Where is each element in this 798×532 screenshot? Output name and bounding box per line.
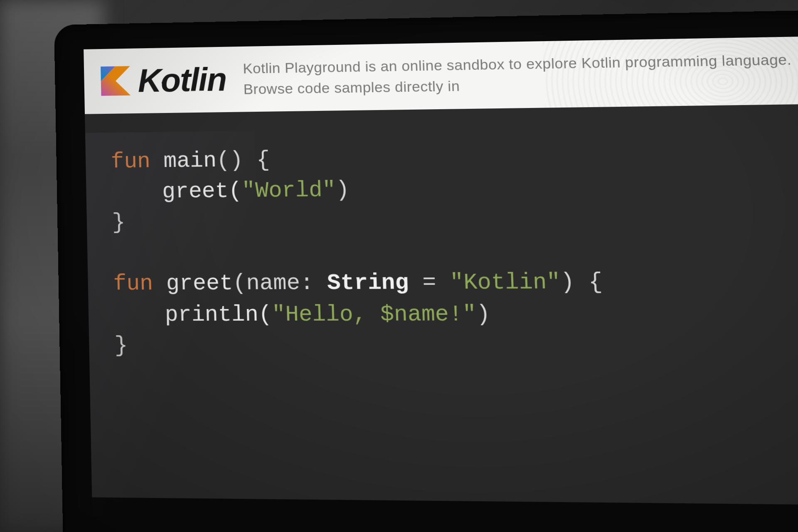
device-bezel: Kotlin Kotlin Playground is an online sa… <box>54 10 798 532</box>
code-line[interactable]: } <box>114 331 798 362</box>
code-line[interactable]: greet("World") <box>111 170 798 207</box>
code-token: ) { <box>560 270 603 296</box>
code-line[interactable]: println("Hello, $name!") <box>113 299 798 330</box>
code-editor[interactable]: fun main() {greet("World")} fun greet(na… <box>85 103 798 505</box>
code-token: greet( <box>162 179 242 204</box>
page-header: Kotlin Kotlin Playground is an online sa… <box>84 36 798 114</box>
code-token: } <box>114 333 128 358</box>
code-token: "World" <box>241 178 336 204</box>
code-token: ) <box>476 302 490 327</box>
code-token: () { <box>216 147 270 173</box>
kotlin-logo-icon <box>101 66 131 96</box>
screen: Kotlin Kotlin Playground is an online sa… <box>84 36 798 532</box>
code-token: println( <box>165 302 272 327</box>
code-token: ) <box>335 177 350 203</box>
code-token: "Kotlin" <box>449 270 561 296</box>
code-token: = <box>409 270 451 296</box>
code-line[interactable] <box>112 234 798 268</box>
brand-name: Kotlin <box>138 60 227 100</box>
code-token: String <box>327 270 409 296</box>
code-token <box>113 241 126 266</box>
code-line[interactable]: fun greet(name: String = "Kotlin") { <box>113 266 798 299</box>
code-line[interactable]: } <box>112 202 798 238</box>
code-token: (name: <box>233 271 328 297</box>
code-line[interactable]: fun main() { <box>111 139 798 177</box>
code-token: } <box>112 210 126 235</box>
code-token: greet <box>166 271 233 296</box>
code-token: main <box>163 148 217 174</box>
code-token: fun <box>113 271 167 297</box>
code-token: "Hello, $name!" <box>271 302 477 327</box>
header-description: Kotlin Playground is an online sandbox t… <box>243 48 798 100</box>
code-token: fun <box>111 149 164 174</box>
brand-logo[interactable]: Kotlin <box>101 60 227 101</box>
